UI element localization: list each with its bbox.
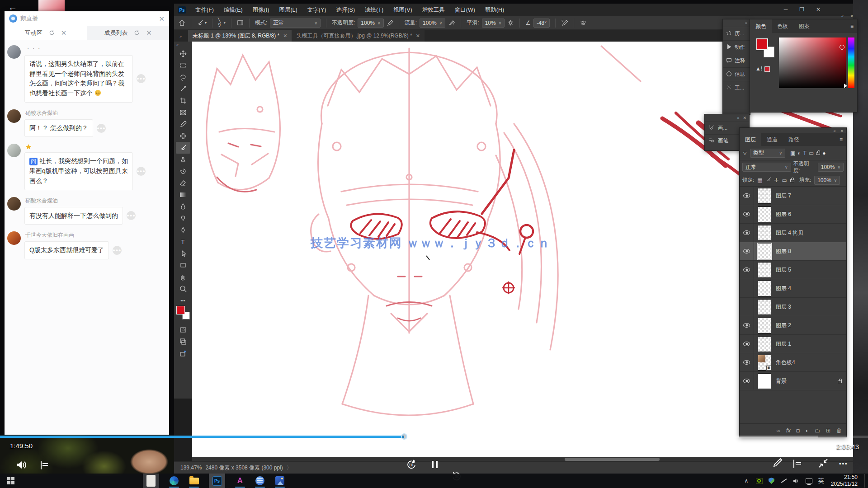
back-icon[interactable]: ← <box>8 3 17 12</box>
video-progress-bar[interactable] <box>0 436 868 438</box>
path-select-tool-icon[interactable] <box>176 248 190 259</box>
toggle-brush-panel-icon[interactable] <box>237 19 244 26</box>
taskbar-app-explorer[interactable] <box>189 476 199 486</box>
menu-item[interactable]: 图像(I) <box>248 4 274 16</box>
tab-swatches[interactable]: 色板 <box>772 19 793 33</box>
type-tool-icon[interactable]: T <box>176 236 190 248</box>
minimize-button[interactable]: ─ <box>784 4 788 15</box>
layer-row[interactable]: ▣ 角色板4 <box>740 353 846 372</box>
gradient-tool-icon[interactable] <box>176 189 190 201</box>
marquee-tool-icon[interactable] <box>176 60 190 71</box>
tab-member-list[interactable]: 成员列表 ✕ <box>87 26 169 40</box>
menu-item[interactable]: 编辑(E) <box>219 4 248 16</box>
refresh-icon[interactable] <box>134 30 140 36</box>
home-icon[interactable] <box>179 19 185 26</box>
mini-player-icon[interactable] <box>793 460 794 468</box>
doc-tab-untitled[interactable]: 未标题-1 @ 139% (图层 8, RGB/8) * ✕ <box>188 30 292 42</box>
menu-item[interactable]: 文件(F) <box>190 4 219 16</box>
status-chevron-icon[interactable]: 〉 <box>287 464 292 472</box>
taskbar-app-document[interactable] <box>143 474 159 488</box>
frame-tool-icon[interactable] <box>176 107 190 118</box>
eyedropper-tool-icon[interactable] <box>176 118 190 130</box>
layer-opacity-field[interactable]: 100%∨ <box>818 163 844 172</box>
layer-thumbnail[interactable] <box>758 318 771 333</box>
layer-row[interactable]: 图层 3 <box>740 298 846 316</box>
mini-close-icon[interactable]: ✕ <box>743 116 746 122</box>
taskbar-app-photos[interactable] <box>275 476 285 486</box>
rewind-10-button[interactable]: 10 <box>405 459 417 470</box>
layers-close-icon[interactable]: ✕ <box>840 129 844 133</box>
dock-item-info[interactable]: 信息 <box>723 67 750 81</box>
shape-tool-icon[interactable] <box>176 259 190 271</box>
menu-item[interactable]: 增效工具 <box>417 4 450 16</box>
pressure-opacity-icon[interactable] <box>387 19 393 26</box>
avatar[interactable] <box>7 231 21 245</box>
panel-menu-icon[interactable]: ≡ <box>850 23 854 29</box>
filter-type-icon[interactable]: T <box>803 150 807 156</box>
scrollbar-thumb[interactable] <box>565 458 660 461</box>
more-tools-icon[interactable]: ••• <box>180 298 185 303</box>
visibility-toggle[interactable] <box>740 205 754 224</box>
tab-channels[interactable]: 通道 <box>761 133 783 146</box>
smoothing-gear-icon[interactable] <box>507 19 514 26</box>
avatar[interactable] <box>7 197 21 211</box>
dodge-tool-icon[interactable] <box>176 212 190 224</box>
opacity-field[interactable]: 100%∨ <box>358 19 383 28</box>
message-more-icon[interactable]: ●●● <box>113 246 122 255</box>
blend-mode-select[interactable]: 正常∨ <box>742 163 791 172</box>
hue-slider-handle[interactable] <box>844 84 847 88</box>
saturation-field[interactable] <box>779 38 846 88</box>
magic-wand-tool-icon[interactable] <box>176 83 190 95</box>
avatar[interactable] <box>7 144 21 157</box>
visibility-toggle[interactable] <box>740 261 754 279</box>
layer-row[interactable]: 图层 2 <box>740 316 846 335</box>
foreground-color-chip[interactable] <box>756 38 768 50</box>
link-layers-icon[interactable]: ∞ <box>777 427 781 434</box>
color-swatches[interactable] <box>176 306 190 319</box>
visibility-toggle[interactable] <box>740 353 754 372</box>
visibility-toggle[interactable] <box>740 242 754 261</box>
visibility-toggle[interactable] <box>740 279 754 298</box>
dock-item-note[interactable]: 注释 <box>723 54 750 67</box>
layer-row[interactable]: 背景 <box>740 372 846 390</box>
visibility-toggle[interactable] <box>740 298 754 316</box>
brush-tool-icon[interactable] <box>176 142 190 154</box>
tray-clock[interactable]: 21:50 2025/11/12 <box>831 474 858 488</box>
layer-mask-icon[interactable]: ◘ <box>796 427 799 434</box>
layer-thumbnail[interactable]: ▣ <box>758 355 771 371</box>
adjustment-layer-icon[interactable]: ◐ <box>806 427 809 434</box>
lock-artboard-icon[interactable]: ▭ <box>782 177 787 183</box>
tabbar-overflow-icon[interactable]: » <box>174 34 188 42</box>
new-group-icon[interactable]: 🗀 <box>815 427 820 434</box>
message-more-icon[interactable]: ●●● <box>97 124 106 133</box>
quick-mask-icon[interactable] <box>176 324 190 336</box>
layers-menu-icon[interactable]: ≡ <box>840 136 843 143</box>
exit-fullscreen-icon[interactable] <box>817 457 829 471</box>
close-button[interactable]: ✕ <box>816 4 821 15</box>
zoom-tool-icon[interactable] <box>176 283 190 295</box>
annotate-pencil-icon[interactable] <box>772 457 783 470</box>
doc-tab-close-icon[interactable]: ✕ <box>283 33 287 39</box>
visibility-toggle[interactable] <box>740 224 754 242</box>
layer-style-icon[interactable]: fx <box>786 427 790 434</box>
airbrush-icon[interactable] <box>448 19 455 26</box>
panel-collapse-icon[interactable]: « <box>841 14 844 19</box>
taskbar-app-art[interactable]: A <box>235 476 245 486</box>
avatar[interactable] <box>7 109 21 123</box>
brush-preset-icon[interactable]: ▾ <box>197 19 207 26</box>
tray-defender-icon[interactable] <box>769 478 774 484</box>
close-icon[interactable]: ✕ <box>146 29 152 36</box>
brush-size-picker[interactable]: ╲9 <box>218 18 221 28</box>
color-picker-ring[interactable] <box>840 45 844 50</box>
layer-thumbnail[interactable] <box>758 336 771 352</box>
filter-type-select[interactable]: 类型∨ <box>750 149 785 158</box>
progress-handle[interactable] <box>401 433 407 440</box>
chat-message-list[interactable]: ・・・ 话说，这期男头快结束了，以前在群里看见一个老师问纯背面的头发怎么画，问问… <box>5 40 169 435</box>
tray-ime-label[interactable]: 英 <box>818 477 824 485</box>
visibility-toggle[interactable] <box>740 335 754 353</box>
filter-pixel-icon[interactable]: ▣ <box>790 150 795 156</box>
clone-stamp-tool-icon[interactable] <box>176 154 190 165</box>
dock-collapse-icon[interactable]: » <box>723 19 750 27</box>
close-icon[interactable]: ✕ <box>61 29 67 36</box>
pen-tool-icon[interactable] <box>176 224 190 236</box>
